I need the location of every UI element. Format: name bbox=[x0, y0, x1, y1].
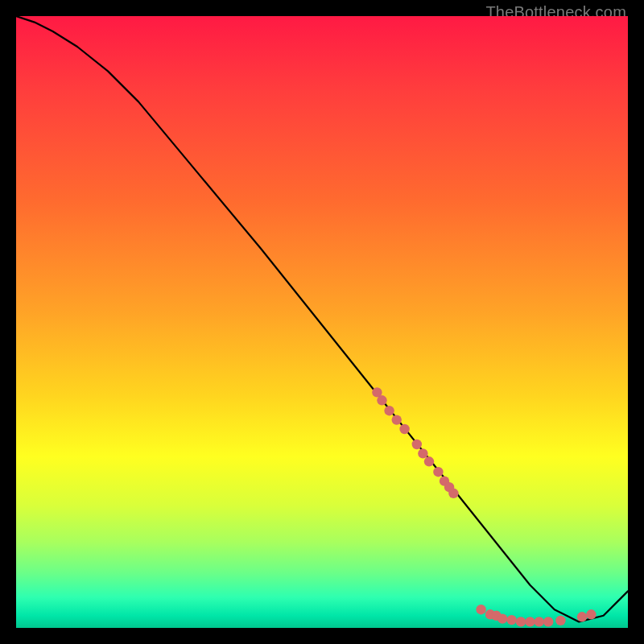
scatter-point bbox=[424, 456, 434, 466]
scatter-point bbox=[384, 406, 394, 415]
scatter-point bbox=[535, 617, 544, 626]
scatter-point bbox=[586, 609, 596, 619]
scatter-point bbox=[506, 615, 516, 625]
scatter-point bbox=[525, 617, 535, 626]
scatter-point bbox=[412, 440, 422, 449]
scatter-point bbox=[516, 617, 526, 626]
curve-line bbox=[16, 16, 628, 621]
scatter-point bbox=[476, 605, 485, 614]
scatter-point bbox=[577, 612, 587, 621]
scatter-point bbox=[392, 415, 402, 424]
scatter-point bbox=[448, 489, 458, 498]
chart-container: { "watermark": "TheBottleneck.com", "cha… bbox=[0, 0, 644, 644]
scatter-point bbox=[433, 467, 443, 477]
scatter-point bbox=[497, 613, 507, 623]
scatter-point bbox=[377, 395, 386, 405]
scatter-point bbox=[555, 616, 565, 625]
chart-svg bbox=[16, 16, 628, 628]
plot-area bbox=[16, 16, 628, 628]
scatter-point bbox=[418, 448, 427, 458]
scatter-points bbox=[372, 387, 596, 626]
scatter-point bbox=[399, 424, 409, 434]
scatter-point bbox=[543, 617, 553, 626]
